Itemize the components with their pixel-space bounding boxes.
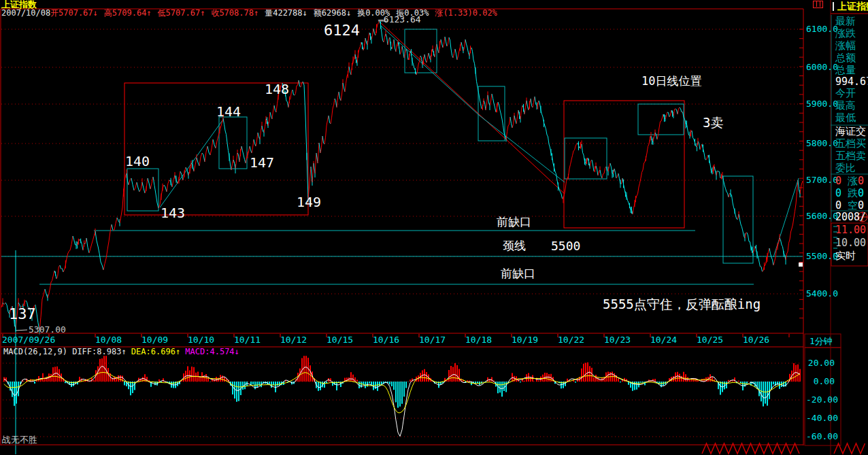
price-segment [274,105,276,110]
annotation: 143 [161,206,185,220]
price-segment [787,252,788,254]
price-segment [326,126,327,137]
price-segment [448,37,450,44]
price-segment [217,136,218,141]
price-segment [7,305,8,311]
sidebar-field: 0 空0 [835,201,864,211]
price-segment [749,241,750,242]
price-segment [396,45,397,52]
price-segment [301,83,302,87]
date-label: 10/23 [604,335,631,344]
annotation: —6123.64 [378,15,421,24]
price-segment [603,173,605,174]
price-segment [310,167,311,184]
price-segment [74,239,76,244]
chart-canvas[interactable] [0,0,868,455]
sidebar-field: 最高 [835,101,856,111]
price-segment [225,131,227,135]
window-control-icon[interactable] [813,1,823,8]
price-segment [93,235,95,239]
price-segment [518,110,519,117]
date-label: 10/18 [465,335,492,344]
price-axis-label: 5600.0 [806,212,838,220]
sidebar-field: 海证交 [835,127,866,137]
price-segment [361,42,362,46]
price-segment [224,124,226,131]
price-segment [60,265,61,269]
price-segment [319,143,320,153]
price-segment [424,54,426,61]
price-segment [373,29,375,34]
price-segment [212,139,213,149]
text-segment: DEA:6.696 [127,347,176,356]
price-segment [135,182,137,188]
price-segment [26,301,27,303]
price-segment [791,229,792,232]
price-segment [154,185,156,194]
price-segment [172,180,173,187]
date-label: 10/09 [141,335,168,344]
price-segment [718,171,720,172]
price-segment [445,37,446,42]
sidebar-field: 涨幅 [835,41,856,51]
price-segment [88,248,89,253]
date-label: 10/17 [419,335,446,344]
price-segment [461,42,463,47]
price-segment [667,112,669,113]
price-segment [180,171,182,175]
price-segment [706,158,707,160]
price-segment [86,238,88,248]
price-segment [56,276,58,279]
price-segment [339,92,340,98]
sidebar-field: 994.67 [835,77,868,87]
price-segment [675,109,677,109]
price-segment [203,155,205,162]
price-segment [365,38,367,43]
price-segment [503,126,505,133]
price-segment [561,192,562,194]
price-segment [148,178,149,183]
price-segment [493,98,495,103]
price-segment [699,144,701,150]
price-segment [216,141,217,148]
annotation: 149 [297,195,321,209]
annotation-box-teal [127,169,158,211]
sidebar-field: 10.00 [835,238,866,248]
price-segment [727,192,728,193]
price-segment [435,49,436,57]
price-segment [449,37,450,40]
price-segment [614,169,616,173]
annotation-rect-red [564,101,684,228]
annotation: 前缺口 [501,268,535,280]
price-segment [70,245,71,250]
selection-handle[interactable] [799,263,803,267]
text-segment: 0 [835,175,848,187]
price-segment [669,115,671,117]
price-segment [508,124,510,126]
price-segment [202,153,203,155]
sidebar-field: 五档买 [835,139,866,149]
price-segment [105,258,106,264]
date-label: 10/08 [95,335,122,344]
price-segment [112,224,113,230]
price-segment [106,250,107,258]
price-segment [68,251,69,254]
price-segment [241,146,243,151]
macd-indicator-row: MACD(26,12,9) DIFF:8.983↑ DEA:6.696↑ MAC… [3,348,239,356]
price-segment [561,194,563,199]
period-label[interactable]: 1分钟 [809,337,833,346]
price-segment [647,146,648,153]
macd-axis-label: 20.00 [806,358,835,367]
text-segment: 跌 [848,187,858,199]
price-segment [332,109,333,118]
price-segment [418,61,420,65]
price-segment [227,135,228,143]
price-segment [295,93,296,95]
price-segment [164,185,165,187]
price-segment [107,241,109,250]
price-segment [687,124,688,131]
price-segment [527,101,528,107]
price-segment [457,56,458,60]
quote-field: 开5707.67↓ [50,9,98,17]
price-segment [628,201,629,203]
